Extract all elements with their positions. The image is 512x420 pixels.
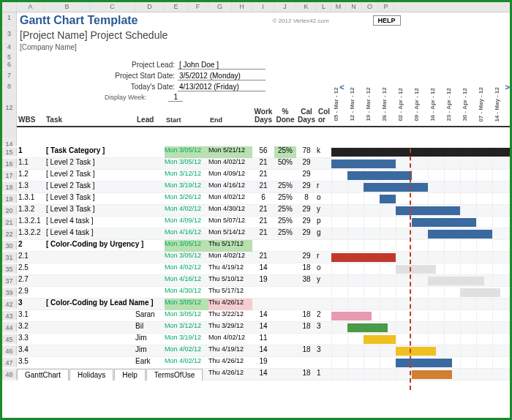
gantt-bar[interactable] bbox=[364, 183, 428, 192]
end-cell[interactable]: Thu 4/19/12 bbox=[208, 345, 252, 357]
workdays-cell[interactable]: 14 bbox=[252, 310, 274, 322]
color-cell[interactable]: o bbox=[317, 263, 331, 275]
end-cell[interactable]: Mon 4/02/12 bbox=[208, 193, 252, 205]
start-cell[interactable]: Mon 4/02/12 bbox=[165, 345, 208, 357]
wbs-cell[interactable]: 2.1 bbox=[17, 252, 45, 263]
task-cell[interactable] bbox=[45, 263, 135, 275]
gantt-bar[interactable] bbox=[396, 206, 460, 215]
done-cell[interactable] bbox=[274, 287, 296, 299]
task-cell[interactable]: [ Level 3 Task ] bbox=[45, 193, 135, 205]
help-button[interactable]: HELP bbox=[373, 15, 401, 26]
start-cell[interactable]: Mon 4/30/12 bbox=[165, 287, 208, 299]
workdays-cell[interactable]: 21 bbox=[252, 228, 274, 240]
workdays-cell[interactable]: 21 bbox=[252, 217, 274, 228]
wbs-cell[interactable]: 1.3 bbox=[17, 181, 45, 193]
end-cell[interactable]: Thu 4/19/12 bbox=[208, 263, 252, 275]
done-cell[interactable]: 25% bbox=[274, 146, 296, 158]
workdays-cell[interactable]: 21 bbox=[252, 170, 274, 181]
lead-cell[interactable] bbox=[135, 275, 165, 287]
end-cell[interactable]: Thu 3/22/12 bbox=[208, 310, 252, 322]
workdays-cell[interactable] bbox=[252, 299, 274, 310]
start-cell[interactable]: Mon 4/02/12 bbox=[165, 263, 208, 275]
color-cell[interactable] bbox=[317, 240, 331, 252]
done-cell[interactable] bbox=[274, 369, 296, 380]
lead-cell[interactable] bbox=[135, 217, 165, 228]
workdays-cell[interactable]: 21 bbox=[252, 252, 274, 263]
caldays-cell[interactable] bbox=[296, 240, 317, 252]
wbs-cell[interactable]: 1.1 bbox=[17, 158, 45, 170]
workdays-cell[interactable]: 14 bbox=[252, 263, 274, 275]
gantt-bar[interactable] bbox=[380, 195, 396, 203]
done-cell[interactable] bbox=[274, 240, 296, 252]
lead-cell[interactable] bbox=[135, 240, 165, 252]
workdays-cell[interactable]: 21 bbox=[252, 181, 274, 193]
start-date-value[interactable]: 3/5/2012 (Monday) bbox=[178, 72, 266, 80]
end-cell[interactable]: Mon 4/02/12 bbox=[208, 252, 252, 263]
end-cell[interactable]: Mon 4/30/12 bbox=[208, 205, 252, 217]
workdays-cell[interactable]: 6 bbox=[252, 193, 274, 205]
done-cell[interactable]: 25% bbox=[274, 205, 296, 217]
workdays-cell[interactable]: 19 bbox=[252, 357, 274, 369]
lead-cell[interactable]: Eark bbox=[135, 357, 165, 369]
today-value[interactable]: 4/13/2012 (Friday) bbox=[178, 83, 266, 91]
task-cell[interactable]: [ Level 3 Task ] bbox=[45, 205, 135, 217]
task-cell[interactable] bbox=[45, 252, 135, 263]
end-cell[interactable]: Thu 5/17/12 bbox=[208, 240, 252, 252]
caldays-cell[interactable] bbox=[296, 334, 317, 345]
start-cell[interactable]: Mon 4/16/12 bbox=[165, 228, 208, 240]
workdays-cell[interactable]: 19 bbox=[252, 275, 274, 287]
gantt-bar[interactable] bbox=[412, 218, 476, 227]
sheet-tab[interactable]: TermsOfUse bbox=[146, 369, 203, 380]
done-cell[interactable]: 25% bbox=[274, 228, 296, 240]
done-cell[interactable]: 25% bbox=[274, 181, 296, 193]
done-cell[interactable] bbox=[274, 275, 296, 287]
project-lead-value[interactable]: [ John Doe ] bbox=[178, 61, 266, 70]
lead-cell[interactable] bbox=[135, 146, 165, 158]
color-cell[interactable]: 1 bbox=[317, 369, 331, 380]
start-cell[interactable]: Mon 3/05/12 bbox=[165, 146, 208, 158]
caldays-cell[interactable]: 18 bbox=[296, 310, 317, 322]
task-cell[interactable] bbox=[45, 334, 135, 345]
color-cell[interactable] bbox=[317, 357, 331, 369]
wbs-cell[interactable]: 2 bbox=[17, 240, 45, 252]
start-cell[interactable]: Mon 3/12/12 bbox=[165, 170, 208, 181]
caldays-cell[interactable] bbox=[296, 299, 317, 310]
start-cell[interactable]: Mon 4/02/12 bbox=[165, 357, 208, 369]
lead-cell[interactable]: Jim bbox=[135, 334, 165, 345]
start-cell[interactable]: Mon 4/02/12 bbox=[165, 205, 208, 217]
gantt-bar[interactable] bbox=[364, 335, 396, 344]
start-cell[interactable]: Mon 3/05/12 bbox=[165, 310, 208, 322]
lead-cell[interactable]: Jim bbox=[135, 345, 165, 357]
start-cell[interactable]: Mon 3/05/12 bbox=[165, 252, 208, 263]
color-cell[interactable]: 3 bbox=[317, 345, 331, 357]
wbs-cell[interactable]: 3.2 bbox=[17, 322, 45, 334]
end-cell[interactable]: Mon 4/09/12 bbox=[208, 170, 252, 181]
done-cell[interactable] bbox=[274, 345, 296, 357]
done-cell[interactable]: 25% bbox=[274, 217, 296, 228]
caldays-cell[interactable]: 29 bbox=[296, 217, 317, 228]
caldays-cell[interactable]: 18 bbox=[296, 263, 317, 275]
task-cell[interactable]: [ Task Category ] bbox=[45, 146, 135, 158]
color-cell[interactable] bbox=[317, 299, 331, 310]
lead-cell[interactable] bbox=[135, 193, 165, 205]
lead-cell[interactable] bbox=[135, 228, 165, 240]
caldays-cell[interactable]: 29 bbox=[296, 158, 317, 170]
done-cell[interactable]: 50% bbox=[274, 158, 296, 170]
workdays-cell[interactable]: 14 bbox=[252, 345, 274, 357]
gantt-bar[interactable] bbox=[331, 253, 396, 262]
wbs-cell[interactable]: 3.3 bbox=[17, 334, 45, 345]
color-cell[interactable]: o bbox=[317, 193, 331, 205]
end-cell[interactable]: Mon 4/02/12 bbox=[208, 158, 252, 170]
task-cell[interactable]: [ Level 2 Task ] bbox=[45, 181, 135, 193]
caldays-cell[interactable]: 18 bbox=[296, 322, 317, 334]
end-cell[interactable]: Mon 5/21/12 bbox=[208, 146, 252, 158]
lead-cell[interactable] bbox=[135, 181, 165, 193]
lead-cell[interactable]: Bil bbox=[135, 322, 165, 334]
gantt-bar[interactable] bbox=[412, 370, 452, 379]
caldays-cell[interactable]: 29 bbox=[296, 181, 317, 193]
wbs-cell[interactable]: 1.3.2 bbox=[17, 205, 45, 217]
done-cell[interactable] bbox=[274, 170, 296, 181]
gantt-bar[interactable] bbox=[428, 230, 492, 239]
gantt-bar[interactable] bbox=[428, 277, 484, 285]
workdays-cell[interactable]: 11 bbox=[252, 334, 274, 345]
